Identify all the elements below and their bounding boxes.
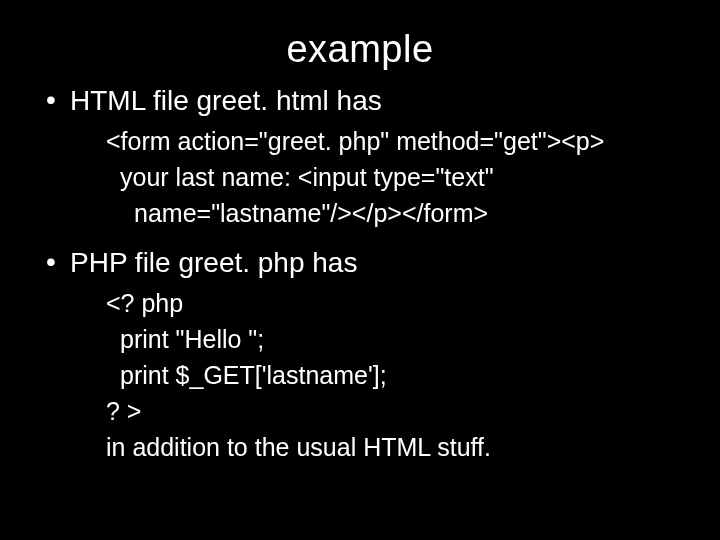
- code-line: <? php: [106, 285, 690, 321]
- bullet-text: HTML file greet. html has: [70, 83, 690, 119]
- code-line: print $_GET['lastname'];: [106, 357, 690, 393]
- code-line: name="lastname"/></p></form>: [106, 195, 690, 231]
- code-block: <? php print "Hello "; print $_GET['last…: [106, 285, 690, 465]
- slide: example HTML file greet. html has <form …: [0, 0, 720, 540]
- bullet-text: PHP file greet. php has: [70, 245, 690, 281]
- slide-title: example: [30, 28, 690, 71]
- code-block: <form action="greet. php" method="get"><…: [106, 123, 690, 231]
- code-line: <form action="greet. php" method="get"><…: [106, 123, 690, 159]
- code-line: print "Hello ";: [106, 321, 690, 357]
- bullet-item: HTML file greet. html has <form action="…: [46, 83, 690, 231]
- code-line: in addition to the usual HTML stuff.: [106, 429, 690, 465]
- code-line: ? >: [106, 393, 690, 429]
- bullet-item: PHP file greet. php has <? php print "He…: [46, 245, 690, 465]
- bullet-list: HTML file greet. html has <form action="…: [30, 83, 690, 465]
- code-line: your last name: <input type="text": [106, 159, 690, 195]
